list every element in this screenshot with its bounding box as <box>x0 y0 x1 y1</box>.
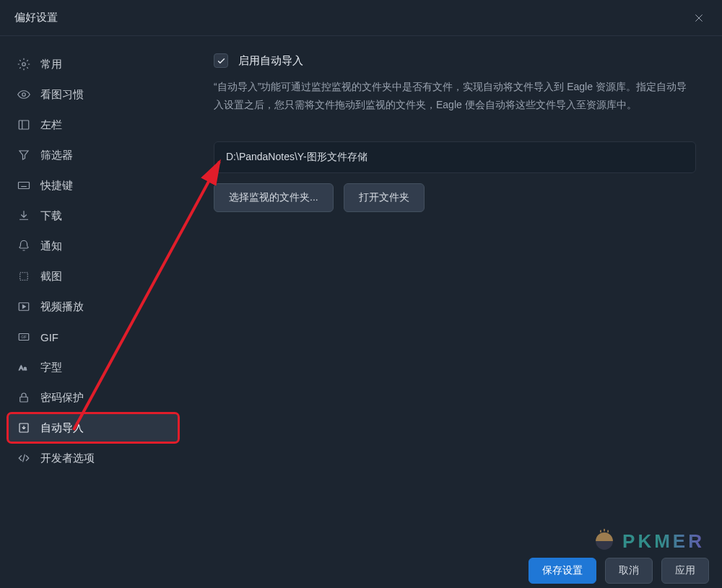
gear-icon <box>17 58 30 71</box>
play-icon <box>17 300 30 313</box>
sidebar-item-label: 开发者选项 <box>40 452 95 465</box>
sidebar-item-label: 自动导入 <box>40 421 84 435</box>
sidebar-item-general[interactable]: 常用 <box>7 49 179 79</box>
enable-autoimport-checkbox[interactable] <box>214 53 228 68</box>
sidebar-item-gif[interactable]: GIF GIF <box>7 322 179 352</box>
sidebar: 常用 看图习惯 左栏 筛选器 快捷键 下载 通知 截图 <box>0 36 188 553</box>
svg-text:a: a <box>24 366 27 371</box>
button-row: 选择监视的文件夹... 打开文件夹 <box>214 183 696 212</box>
close-icon <box>693 12 705 24</box>
save-button[interactable]: 保存设置 <box>529 558 596 584</box>
keyboard-icon <box>17 179 30 192</box>
sidebar-item-label: 截图 <box>40 270 62 284</box>
watched-folder-path[interactable]: D:\PandaNotes\Y-图形文件存储 <box>214 141 696 173</box>
sidebar-item-label: 视频播放 <box>40 300 84 314</box>
sidebar-item-label: GIF <box>40 331 58 343</box>
sidebar-item-label: 字型 <box>40 361 62 374</box>
sidebar-item-viewing[interactable]: 看图习惯 <box>7 79 179 110</box>
svg-rect-2 <box>19 120 29 129</box>
footer: 保存设置 取消 应用 <box>0 553 722 588</box>
code-icon <box>17 452 30 465</box>
section-header: 启用自动导入 <box>214 53 696 68</box>
eye-icon <box>17 88 30 101</box>
sidebar-item-label: 下载 <box>40 209 62 223</box>
sidebar-item-shortcuts[interactable]: 快捷键 <box>7 170 179 201</box>
check-icon <box>217 56 226 66</box>
sidebar-item-leftcolumn[interactable]: 左栏 <box>7 110 179 140</box>
sidebar-item-password[interactable]: 密码保护 <box>7 382 179 413</box>
gif-icon: GIF <box>17 330 30 343</box>
svg-rect-11 <box>20 397 28 402</box>
cancel-button[interactable]: 取消 <box>605 558 653 584</box>
sidebar-item-label: 快捷键 <box>40 179 73 193</box>
import-icon <box>17 421 30 434</box>
svg-point-1 <box>22 93 26 97</box>
section-title: 启用自动导入 <box>238 54 303 68</box>
autoimport-description: “自动导入”功能可通过监控监视的文件夹中是否有文件，实现自动将文件导入到 Eag… <box>214 78 696 114</box>
svg-rect-5 <box>20 273 28 281</box>
close-button[interactable] <box>690 9 708 27</box>
content-panel: 启用自动导入 “自动导入”功能可通过监控监视的文件夹中是否有文件，实现自动将文件… <box>188 36 722 553</box>
sidebar-item-filter[interactable]: 筛选器 <box>7 140 179 170</box>
titlebar-title: 偏好设置 <box>14 11 58 25</box>
font-icon: Aa <box>17 361 30 374</box>
sidebar-item-label: 常用 <box>40 58 62 71</box>
sidebar-item-label: 通知 <box>40 240 62 253</box>
sidebar-item-video[interactable]: 视频播放 <box>7 291 179 322</box>
sidebar-layout-icon <box>17 118 30 131</box>
apply-button[interactable]: 应用 <box>661 558 709 584</box>
svg-point-0 <box>22 63 26 66</box>
sidebar-item-autoimport[interactable]: 自动导入 <box>7 413 179 443</box>
sidebar-item-font[interactable]: Aa 字型 <box>7 352 179 382</box>
crop-icon <box>17 270 30 283</box>
titlebar: 偏好设置 <box>0 0 722 36</box>
svg-text:GIF: GIF <box>21 335 27 339</box>
sidebar-item-label: 看图习惯 <box>40 88 84 102</box>
sidebar-item-notifications[interactable]: 通知 <box>7 231 179 261</box>
sidebar-item-label: 左栏 <box>40 118 62 132</box>
sidebar-item-download[interactable]: 下载 <box>7 201 179 231</box>
svg-text:A: A <box>19 364 23 372</box>
sidebar-item-developer[interactable]: 开发者选项 <box>7 443 179 473</box>
lock-icon <box>17 391 30 404</box>
sidebar-item-label: 密码保护 <box>40 391 84 405</box>
choose-folder-button[interactable]: 选择监视的文件夹... <box>214 183 334 212</box>
sidebar-item-label: 筛选器 <box>40 149 73 162</box>
open-folder-button[interactable]: 打开文件夹 <box>344 183 425 212</box>
sidebar-item-screenshot[interactable]: 截图 <box>7 261 179 291</box>
svg-rect-4 <box>19 183 30 189</box>
funnel-icon <box>17 149 30 162</box>
bell-icon <box>17 240 30 253</box>
main: 常用 看图习惯 左栏 筛选器 快捷键 下载 通知 截图 <box>0 36 722 553</box>
download-icon <box>17 209 30 222</box>
